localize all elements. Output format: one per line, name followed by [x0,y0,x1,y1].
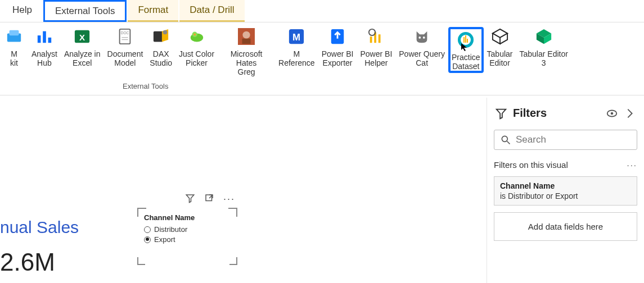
more-options-icon[interactable]: ··· [627,160,637,170]
radio-checked-icon [144,236,151,243]
svg-point-33 [502,136,507,142]
ribbon-item-label: Practice Dataset [452,53,480,71]
svg-text:M: M [292,32,300,43]
tab-data-drill[interactable]: Data / Drill [179,0,244,22]
cube-icon [490,27,510,46]
slicer-title: Channel Name [144,213,231,222]
svg-rect-30 [206,195,212,201]
ribbon-item-label: Analyze in Excel [64,49,101,67]
ribbon-item-tabular-editor3[interactable]: Tabular Editor 3 [516,27,571,67]
dataset-icon [456,30,475,49]
excel-icon: X [73,27,92,46]
popout-icon[interactable] [204,193,214,206]
ribbon-item-dax-studio[interactable]: DAX Studio [146,27,175,67]
svg-point-26 [419,36,421,39]
svg-point-32 [611,112,614,115]
svg-text:X: X [79,33,85,42]
ribbon-item-kit[interactable]: M kit [0,27,28,67]
ribbon-group-label: External Tools [123,82,168,90]
ribbon-item-tabular-editor[interactable]: Tabular Editor [484,27,516,67]
ribbon-item-label: Document Model [107,49,143,67]
ribbon-item-analyze-excel[interactable]: X Analyze in Excel [61,27,104,67]
ribbon-group-area: External Tools [0,81,644,95]
cat-icon [412,27,431,46]
avatar-icon [237,27,256,46]
ribbon-item-color-picker[interactable]: Just Color Picker [175,27,218,67]
chevron-right-icon[interactable] [624,107,636,120]
svg-rect-22 [370,36,372,43]
ribbon-item-label: Analyst Hub [31,49,57,67]
ribbon-item-label: Power Query Cat [399,49,445,67]
slicer-option-distributor[interactable]: Distributor [144,225,231,234]
app-icon [4,27,24,46]
add-fields-label: Add data fields here [528,222,603,231]
slicer-visual[interactable]: Channel Name Distributor Export [138,209,236,264]
main-area: nual Sales 2.6M ··· Channel Name Distrib… [0,98,644,283]
svg-line-34 [507,142,510,144]
document-icon: DOC [115,27,134,46]
filters-header: Filters [494,103,637,123]
ribbon: M kit Analyst Hub X Analyze in Excel DOC… [0,22,644,81]
svg-point-15 [193,33,196,35]
filters-pane: Filters Filters on this visual ··· Chann… [487,98,644,283]
ribbon-item-label: Microsoft Hates Greg [221,49,272,76]
ribbon-item-pbi-helper[interactable]: Power BI Helper [357,27,395,67]
ribbon-item-label: Power BI Exporter [322,49,354,67]
tab-format[interactable]: Format [128,0,178,22]
svg-text:DOC: DOC [121,31,129,35]
chameleon-icon [187,27,206,46]
funnel-icon[interactable] [185,193,195,206]
bars-icon [35,27,54,46]
search-icon [500,134,511,146]
svg-rect-4 [48,38,52,43]
ribbon-item-label: Tabular Editor [487,49,513,67]
filters-title: Filters [513,107,600,120]
more-options-icon[interactable]: ··· [223,193,235,206]
radio-icon [144,226,151,233]
dax-icon [151,27,170,46]
ribbon-tabs: Help External Tools Format Data / Drill [0,0,644,22]
filter-card-channel[interactable]: Channel Name is Distributor or Export [494,176,637,206]
ribbon-item-pq-cat[interactable]: Power Query Cat [395,27,448,67]
export-icon [328,27,347,46]
report-canvas[interactable]: nual Sales 2.6M ··· Channel Name Distrib… [0,98,487,283]
slicer-option-label: Export [154,235,175,244]
cube-green-icon [534,27,553,46]
svg-point-17 [243,31,250,39]
search-input[interactable] [516,134,631,145]
svg-rect-1 [10,30,19,35]
filter-card-title: Channel Name [500,181,631,190]
slicer-option-label: Distributor [154,225,187,234]
ribbon-item-pbi-exporter[interactable]: Power BI Exporter [318,27,357,67]
ribbon-item-label: Tabular Editor 3 [519,49,568,67]
ribbon-item-practice-dataset[interactable]: Practice Dataset [448,27,484,73]
ribbon-item-label: DAX Studio [150,49,172,67]
tab-help[interactable]: Help [2,0,42,22]
ribbon-item-label: Power BI Helper [360,49,392,67]
ribbon-item-label: Just Color Picker [179,49,214,67]
svg-rect-24 [379,34,381,43]
funnel-icon [495,107,507,120]
svg-point-27 [423,36,425,39]
filter-card-status: is Distributor or Export [500,191,631,200]
ribbon-item-m-reference[interactable]: M M Reference [275,27,318,67]
svg-point-12 [163,30,168,35]
slicer-visual-wrap: ··· Channel Name Distributor Export [138,193,236,264]
ribbon-item-analyst-hub[interactable]: Analyst Hub [28,27,61,67]
filters-section-label: Filters on this visual [494,160,568,170]
m-icon: M [287,27,306,46]
filters-section-header: Filters on this visual ··· [494,157,637,170]
svg-rect-18 [242,39,251,44]
ribbon-item-document-model[interactable]: DOC Document Model [104,27,147,67]
add-data-fields-dropzone[interactable]: Add data fields here [494,212,637,241]
visual-title: nual Sales [0,218,79,237]
ribbon-item-label: M kit [10,49,18,67]
ribbon-item-ms-hates-greg[interactable]: Microsoft Hates Greg [218,27,275,76]
tab-external-tools[interactable]: External Tools [43,0,127,22]
ribbon-item-label: M Reference [278,49,315,67]
eye-icon[interactable] [606,107,618,120]
svg-rect-11 [154,31,163,42]
slicer-option-export[interactable]: Export [144,235,231,244]
visual-toolbar: ··· [138,193,236,206]
filters-search[interactable] [494,130,637,150]
